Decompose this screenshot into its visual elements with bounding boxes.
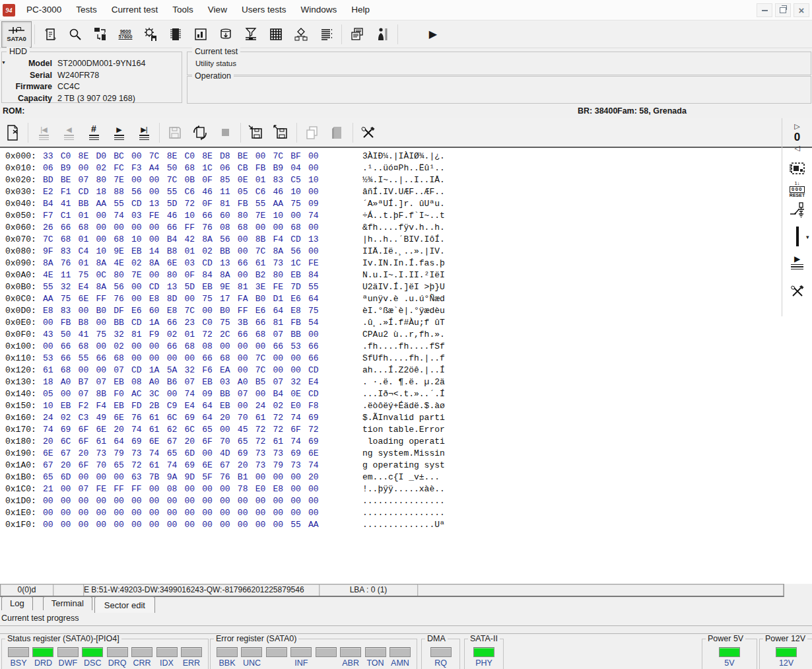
power-switch-button[interactable]	[789, 201, 806, 219]
hex-row[interactable]: 0x080:9F 83 C4 10 9E EB 14 B8 01 02 BB 0…	[5, 246, 812, 258]
hex-bytes[interactable]: 00 FB B8 00 BB CD 1A 66 23 C0 75 3B 66 8…	[43, 317, 321, 329]
hex-row[interactable]: 0x0A0:4E 11 75 0C 80 7E 00 80 0F 84 8A 0…	[5, 269, 812, 281]
hex-ascii[interactable]: ..............Uª	[362, 520, 445, 530]
utility-settings-button[interactable]	[138, 22, 163, 46]
hex-bytes[interactable]: 05 00 07 8B F0 AC 3C 00 74 09 BB 07 00 B…	[43, 388, 321, 400]
hex-row[interactable]: 0x1A0:67 20 6F 70 65 72 61 74 69 6E 67 2…	[5, 460, 812, 472]
pause-button[interactable]	[794, 227, 800, 246]
hex-ascii[interactable]: |h..h..´BIV.IôÍ.	[362, 234, 445, 244]
close-button[interactable]: ×	[794, 3, 809, 17]
hex-bytes[interactable]: 53 66 55 66 68 00 00 00 00 66 68 00 7C 0…	[43, 353, 321, 365]
hex-bytes[interactable]: 74 69 6F 6E 20 74 61 62 6C 65 00 45 72 7…	[43, 424, 321, 436]
head-map-button[interactable]	[238, 22, 263, 46]
hdd-expand-icon[interactable]: ▼	[1, 60, 6, 65]
menu-item[interactable]: Tools	[165, 0, 201, 20]
hex-row[interactable]: 0x0E0:00 FB B8 00 BB CD 1A 66 23 C0 75 3…	[5, 317, 812, 329]
hex-ascii[interactable]: ah...Í.Z2öê.|..Í	[362, 365, 445, 375]
hex-ascii[interactable]: tion table.Error	[362, 425, 445, 435]
hex-bytes[interactable]: 43 50 41 75 32 81 F9 02 01 72 2C 66 68 0…	[43, 329, 321, 341]
search-button[interactable]	[63, 22, 88, 46]
menu-item[interactable]: View	[201, 0, 234, 20]
hex-ascii[interactable]: CPAu2 ù..r,fh.».	[362, 330, 445, 339]
hex-bytes[interactable]: B4 41 BB AA 55 CD 13 5D 72 0F 81 FB 55 A…	[43, 198, 321, 210]
hex-row[interactable]: 0x190:6E 67 20 73 79 73 74 65 6D 00 4D 6…	[5, 448, 812, 460]
hex-bytes[interactable]: 24 02 C3 49 6E 76 61 6C 69 64 20 70 61 7…	[43, 412, 321, 424]
chip-resources-button[interactable]	[163, 22, 188, 46]
database-button[interactable]	[213, 22, 238, 46]
restore-button[interactable]	[775, 3, 791, 17]
hex-row[interactable]: 0x140:05 00 07 8B F0 AC 3C 00 74 09 BB 0…	[5, 388, 812, 400]
hex-ascii[interactable]: ................	[362, 496, 445, 506]
menu-item[interactable]: Help	[344, 0, 377, 20]
hex-bytes[interactable]: 21 00 07 FE FF FF 00 08 00 00 00 78 E0 E…	[43, 483, 321, 495]
start-test-button[interactable]: ▶	[791, 255, 803, 269]
hex-row[interactable]: 0x150:10 EB F2 F4 EB FD 2B C9 E4 64 EB 0…	[5, 400, 812, 412]
hex-row[interactable]: 0x090:8A 76 01 8A 4E 02 8A 6E 03 CD 13 6…	[5, 258, 812, 269]
pcb-chip-button[interactable]	[789, 161, 806, 176]
hex-row[interactable]: 0x020:BD BE 07 80 7E 00 00 7C 0B 0F 85 0…	[5, 174, 812, 186]
test-tools-button[interactable]	[790, 284, 805, 299]
hex-ascii[interactable]: .fh....fh....fSf	[362, 341, 445, 351]
hex-bytes[interactable]: AA 75 6E FF 76 00 E8 8D 00 75 17 FA B0 D…	[43, 293, 321, 305]
script-list-button[interactable]	[314, 22, 339, 46]
hex-bytes[interactable]: 10 EB F2 F4 EB FD 2B C9 E4 64 EB 00 24 0…	[43, 400, 321, 412]
hex-bytes[interactable]: 00 00 00 00 00 00 00 00 00 00 00 00 00 0…	[43, 519, 321, 531]
hex-bytes[interactable]: 00 00 00 00 00 00 00 00 00 00 00 00 00 0…	[43, 507, 321, 519]
hex-bytes[interactable]: F7 C1 01 00 74 03 FE 46 10 66 60 80 7E 1…	[43, 210, 321, 222]
baud-rate-button[interactable]: 960057600	[113, 22, 138, 46]
logical-structure-button[interactable]	[288, 22, 314, 46]
hex-row[interactable]: 0x1F0:00 00 00 00 00 00 00 00 00 00 00 0…	[5, 519, 812, 531]
hex-ascii[interactable]: èI.°ßæ`è|.°ÿædèu	[362, 306, 445, 316]
save-sector-button[interactable]	[162, 121, 187, 145]
menu-item[interactable]: PC-3000	[19, 0, 69, 20]
hex-row[interactable]: 0x100:00 66 68 00 02 00 00 66 68 08 00 0…	[5, 341, 812, 353]
hex-bytes[interactable]: 00 66 68 00 02 00 00 66 68 08 00 00 00 6…	[43, 341, 321, 353]
hex-ascii[interactable]: .ëòôëý+Éädë.$.àø	[362, 401, 445, 411]
hex-ascii[interactable]: 3ÀIÐ¼.|IÀIØ¾.|¿.	[362, 151, 445, 161]
reset-button[interactable]: 1↓000RESET	[790, 181, 805, 198]
refresh-sector-button[interactable]	[187, 121, 213, 145]
hex-ascii[interactable]: &fh....fÿv.h..h.	[362, 223, 445, 232]
hex-bytes[interactable]: 18 A0 B7 07 EB 08 A0 B6 07 EB 03 A0 B5 0…	[43, 376, 321, 388]
user-mode-button[interactable]	[370, 22, 395, 46]
hex-row[interactable]: 0x0D0:E8 83 00 B0 DF E6 60 E8 7C 00 B0 F…	[5, 305, 812, 317]
hex-row[interactable]: 0x050:F7 C1 01 00 74 03 FE 46 10 66 60 8…	[5, 210, 812, 222]
hex-ascii[interactable]: Iv.IN.In.Í.fas.þ	[362, 258, 445, 268]
save-to-file-button[interactable]	[244, 121, 269, 145]
tab[interactable]: Terminal	[43, 596, 92, 610]
hex-row[interactable]: 0x1B0:65 6D 00 00 00 63 7B 9A 9D 5F 76 B…	[5, 472, 812, 483]
hex-row[interactable]: 0x110:53 66 55 66 68 00 00 00 00 66 68 0…	[5, 353, 812, 365]
hex-bytes[interactable]: 7C 68 01 00 68 10 00 B4 42 8A 56 00 8B F…	[43, 234, 321, 246]
toolbar-overflow-icon[interactable]: ▾	[806, 234, 809, 240]
hex-bytes[interactable]: 33 C0 8E D0 BC 00 7C 8E C0 8E D8 BE 00 7…	[43, 151, 321, 162]
hex-bytes[interactable]: 06 B9 00 02 FC F3 A4 50 68 1C 06 CB FB B…	[43, 162, 321, 174]
hex-ascii[interactable]: âñÍ.IV.UÆF..ÆF..	[362, 187, 445, 197]
surface-grid-button[interactable]	[263, 22, 288, 46]
statistics-button[interactable]	[188, 22, 213, 46]
copy-button[interactable]	[300, 121, 325, 145]
hex-bytes[interactable]: 61 68 00 00 07 CD 1A 5A 32 F6 EA 00 7C 0…	[43, 365, 321, 376]
hex-ascii[interactable]: loading operati	[362, 437, 445, 446]
menu-item[interactable]: Windows	[293, 0, 344, 20]
hex-row[interactable]: 0x000:33 C0 8E D0 BC 00 7C 8E C0 8E D8 B…	[5, 151, 812, 162]
hex-bytes[interactable]: 26 66 68 00 00 00 00 66 FF 76 08 68 00 0…	[43, 222, 321, 234]
hex-row[interactable]: 0x1C0:21 00 07 FE FF FF 00 08 00 00 00 7…	[5, 483, 812, 495]
hex-ascii[interactable]: .¹..üó¤Ph..Ëû¹..	[362, 163, 445, 173]
zero-track-button[interactable]: ▷0◁	[794, 122, 801, 153]
new-sector-button[interactable]	[0, 121, 25, 145]
hex-bytes[interactable]: 55 32 E4 8A 56 00 CD 13 5D EB 9E 81 3E F…	[43, 281, 321, 293]
hex-ascii[interactable]: ...Ið¬<.t.»..´.Í	[362, 389, 445, 399]
hex-row[interactable]: 0x0F0:43 50 41 75 32 81 F9 02 01 72 2C 6…	[5, 329, 812, 341]
hex-ascii[interactable]: ªunÿv.è .u.ú°Ñæd	[362, 294, 445, 304]
hex-bytes[interactable]: E8 83 00 B0 DF E6 60 E8 7C 00 B0 FF E6 6…	[43, 305, 321, 317]
resources-button[interactable]	[38, 22, 63, 46]
hex-row[interactable]: 0x060:26 66 68 00 00 00 00 66 FF 76 08 6…	[5, 222, 812, 234]
hex-ascii[interactable]: ½¾.I~..|..I..IÅ.	[362, 175, 445, 185]
prev-sector-button[interactable]: ◀	[56, 121, 81, 145]
next-sector-button[interactable]: ▶	[106, 121, 131, 145]
hex-ascii[interactable]: ng system.Missin	[362, 448, 445, 458]
hex-bytes[interactable]: E2 F1 CD 18 88 56 00 55 C6 46 11 05 C6 4…	[43, 186, 321, 198]
hex-ascii[interactable]: !..þÿÿ.....xàè..	[362, 484, 445, 494]
menu-item[interactable]: Users tests	[234, 0, 294, 20]
hex-row[interactable]: 0x0B0:55 32 E4 8A 56 00 CD 13 5D EB 9E 8…	[5, 281, 812, 293]
